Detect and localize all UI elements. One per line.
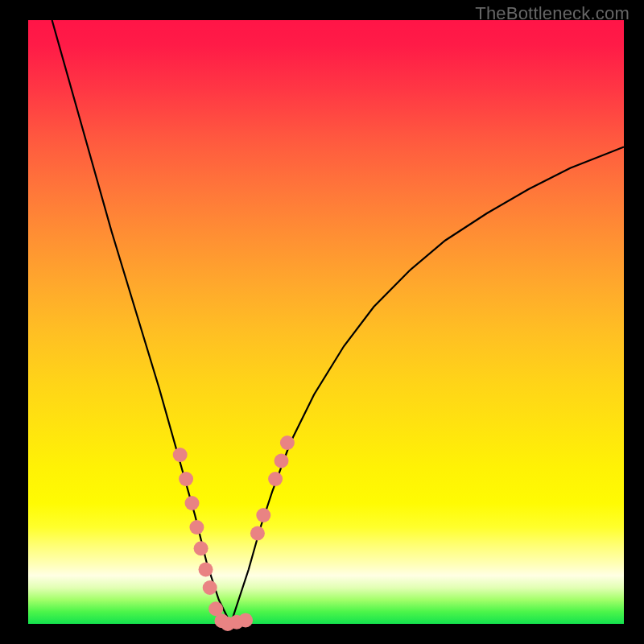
curve-right-branch [231, 147, 624, 625]
curve-left-branch [52, 20, 231, 624]
marker-point [268, 472, 283, 486]
marker-point [280, 436, 295, 450]
marker-point [275, 454, 289, 469]
marker-point [189, 520, 204, 535]
marker-point [179, 472, 193, 486]
watermark-text: TheBottleneck.com [475, 3, 630, 24]
marker-point [250, 526, 265, 541]
marker-point [256, 508, 270, 522]
chart-svg [0, 0, 644, 644]
marker-point [185, 496, 200, 510]
chart-frame: TheBottleneck.com [0, 0, 644, 644]
marker-point [194, 541, 208, 555]
marker-point [203, 580, 217, 595]
marker-point [199, 563, 213, 577]
marker-point [173, 448, 188, 462]
marker-point [238, 613, 253, 628]
